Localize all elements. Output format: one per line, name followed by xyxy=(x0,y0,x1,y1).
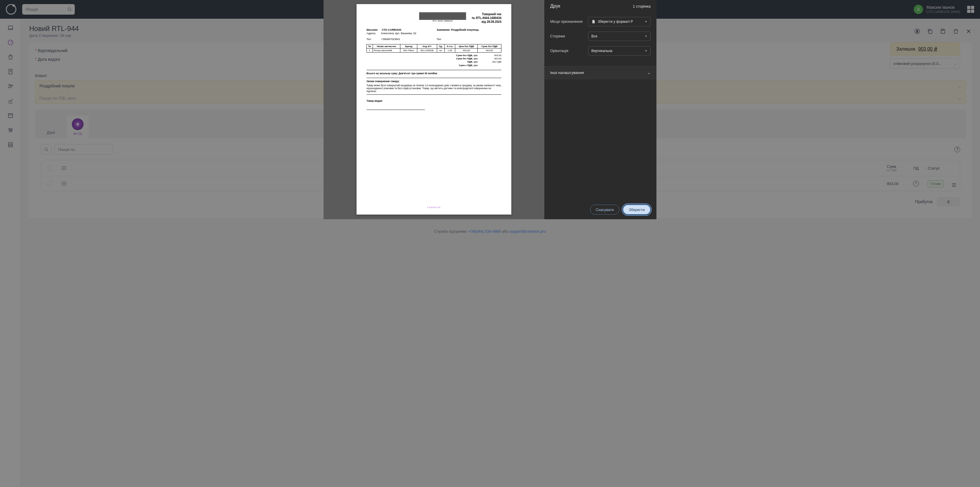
pages-select[interactable]: Все▼ xyxy=(588,32,651,41)
receipt-brand: CARBOOK xyxy=(356,206,511,209)
print-dialog-overlay: RTL-9444-1688434 Товарний чек № RTL-9444… xyxy=(0,0,980,239)
chevron-down-icon: ▼ xyxy=(645,20,648,23)
receipt-date: від 28.08.2024 xyxy=(472,20,501,24)
return-policy: Товар може бути повернутий продавцю не п… xyxy=(366,84,501,93)
chevron-down-icon: ▼ xyxy=(645,49,648,52)
receipt-table: №Назва запчастинБрендКод З/ЧОд.К-стьЦіна… xyxy=(366,44,501,53)
print-page-count: 1 сторінка xyxy=(633,4,651,8)
cancel-button[interactable]: Скасувати xyxy=(590,204,620,214)
print-dialog: RTL-9444-1688434 Товарний чек № RTL-9444… xyxy=(323,0,657,219)
orientation-label: Орієнтація xyxy=(550,48,588,53)
pages-label: Сторінки xyxy=(550,34,588,38)
receipt-page: RTL-9444-1688434 Товарний чек № RTL-9444… xyxy=(356,4,511,214)
more-settings-toggle[interactable]: Інші налаштування ⌄ xyxy=(544,66,657,79)
print-panel-title: Друк xyxy=(550,3,560,9)
print-preview-area: RTL-9444-1688434 Товарний чек № RTL-9444… xyxy=(323,0,544,219)
destination-select[interactable]: Зберегти у форматі P▼ xyxy=(588,17,651,26)
receipt-number: № RTL-9444-1680434 xyxy=(472,16,501,20)
barcode: RTL-9444-1688434 xyxy=(419,12,466,22)
destination-label: Місце призначення xyxy=(550,19,588,24)
chevron-down-icon: ▼ xyxy=(645,35,648,38)
receipt-title: Товарний чек xyxy=(472,12,501,16)
orientation-select[interactable]: Вертикальна▼ xyxy=(588,46,651,56)
save-button[interactable]: Зберегти xyxy=(623,204,651,214)
signature-line xyxy=(366,104,425,110)
chevron-down-icon: ⌄ xyxy=(648,70,651,75)
file-icon xyxy=(591,19,595,24)
total-words: Всього на загальну суму: Дев'ятсот три г… xyxy=(366,72,437,75)
